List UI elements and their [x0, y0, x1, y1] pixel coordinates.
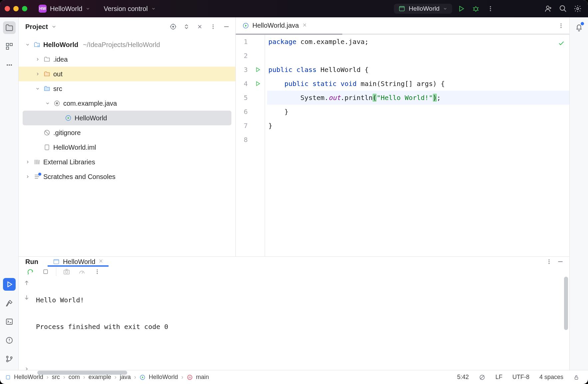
code-with-me-button[interactable] [543, 3, 554, 14]
close-window-button[interactable] [5, 6, 10, 11]
close-icon [99, 259, 103, 263]
project-panel-header: Project [19, 17, 235, 36]
chevron-right-icon [35, 57, 40, 62]
code-area[interactable]: package com.example.java; public class H… [265, 35, 569, 256]
window-controls [5, 6, 27, 11]
svg-point-38 [549, 261, 550, 262]
select-opened-file-button[interactable] [168, 22, 178, 32]
hide-panel-button[interactable] [221, 22, 231, 32]
settings-button[interactable] [572, 3, 583, 14]
svg-point-24 [213, 28, 214, 29]
run-output[interactable]: Hello World! Process finished with exit … [35, 277, 569, 377]
close-tab-button[interactable] [302, 22, 307, 29]
check-icon [558, 40, 565, 47]
tree-item-scratches[interactable]: Scratches and Consoles [19, 169, 235, 184]
profiler-button[interactable] [77, 267, 87, 277]
rerun-button[interactable] [25, 267, 35, 277]
tree-root-path: ~/IdeaProjects/HelloWorld [83, 41, 160, 49]
vcs-tool-button[interactable] [3, 353, 16, 365]
build-tool-button[interactable] [3, 297, 16, 309]
svg-point-22 [213, 24, 214, 25]
kebab-icon [94, 269, 100, 275]
editor-body[interactable]: 12345678 package com.example.java; [236, 35, 569, 256]
stop-button[interactable] [41, 267, 51, 277]
debug-button[interactable] [470, 3, 481, 14]
svg-rect-46 [6, 375, 10, 379]
stop-icon [42, 268, 49, 275]
structure-tool-button[interactable] [3, 40, 16, 53]
line-numbers: 12345678 [236, 35, 250, 256]
chevron-down-icon [35, 86, 40, 91]
svg-point-39 [549, 263, 550, 264]
svg-point-19 [10, 357, 12, 359]
scroll-down-button[interactable] [24, 294, 30, 302]
search-everywhere-button[interactable] [557, 3, 569, 14]
run-button[interactable] [455, 3, 467, 14]
tree-item-class[interactable]: HelloWorld [23, 111, 231, 125]
scroll-up-button[interactable] [24, 280, 30, 288]
svg-rect-40 [44, 270, 48, 274]
lock-icon [573, 374, 579, 380]
tree-item-package[interactable]: com.example.java [19, 96, 235, 111]
minimize-icon [557, 258, 564, 265]
tree-root[interactable]: HelloWorld ~/IdeaProjects/HelloWorld [19, 37, 235, 52]
svg-rect-10 [10, 43, 12, 46]
branch-icon [5, 355, 13, 363]
file-icon [44, 144, 50, 151]
problems-tool-button[interactable] [3, 334, 16, 347]
panel-options-button[interactable] [208, 22, 218, 32]
terminal-tool-button[interactable] [3, 315, 16, 328]
expand-collapse-button[interactable] [181, 22, 191, 32]
chevron-right-icon [25, 174, 30, 179]
project-tool-button[interactable] [3, 21, 16, 34]
inspection-ok-icon[interactable] [558, 37, 565, 51]
vcs-menu[interactable]: Version control [102, 4, 157, 14]
project-selector[interactable]: HW HelloWorld [37, 3, 92, 14]
editor-tab-label: HelloWorld.java [252, 22, 299, 29]
run-more-button[interactable] [92, 267, 102, 277]
run-line-marker[interactable] [250, 77, 265, 91]
target-icon [169, 23, 177, 30]
run-tab[interactable]: HelloWorld [48, 257, 109, 267]
run-line-marker[interactable] [250, 63, 265, 77]
editor-options-button[interactable] [556, 21, 566, 31]
package-icon [54, 100, 60, 107]
tree-item-label: Scratches and Consoles [43, 173, 116, 181]
svg-point-13 [9, 64, 10, 66]
svg-point-45 [97, 273, 98, 274]
expand-icon [183, 23, 190, 30]
more-actions-button[interactable] [485, 3, 496, 14]
maximize-window-button[interactable] [22, 6, 27, 11]
minimize-window-button[interactable] [13, 6, 19, 11]
hide-run-panel-button[interactable] [555, 257, 565, 267]
tree-item-external-libs[interactable]: External Libraries [19, 155, 235, 169]
tree-item-label: out [53, 70, 63, 78]
chevron-down-icon [443, 6, 447, 11]
vertical-scrollbar[interactable] [564, 277, 568, 330]
run-tool-button[interactable] [3, 278, 16, 291]
tree-item-gitignore[interactable]: .gitignore [19, 125, 235, 140]
more-tools-button[interactable] [3, 59, 16, 71]
tree-item-idea[interactable]: .idea [19, 52, 235, 67]
collapse-all-button[interactable] [195, 22, 205, 32]
tree-item-src[interactable]: src [19, 81, 235, 96]
tree-item-out[interactable]: out [19, 67, 235, 81]
close-run-tab-button[interactable] [99, 258, 103, 265]
terminal-icon [5, 318, 13, 326]
chevron-down-icon[interactable] [51, 24, 57, 29]
horizontal-scrollbar[interactable] [37, 371, 127, 375]
close-icon [302, 23, 307, 27]
svg-point-23 [213, 26, 214, 27]
run-configuration-selector[interactable]: HelloWorld [394, 4, 452, 14]
editor-tab[interactable]: HelloWorld.java [238, 17, 312, 34]
camera-icon [63, 268, 70, 275]
class-run-icon [65, 115, 72, 121]
tree-item-iml[interactable]: HelloWorld.iml [19, 140, 235, 155]
svg-point-37 [549, 259, 550, 260]
project-tree[interactable]: HelloWorld ~/IdeaProjects/HelloWorld .id… [19, 36, 235, 256]
run-panel-options-button[interactable] [544, 257, 554, 267]
search-icon [559, 5, 567, 13]
camera-button[interactable] [62, 267, 72, 277]
notifications-button[interactable] [575, 23, 583, 33]
readonly-toggle[interactable] [570, 374, 583, 380]
